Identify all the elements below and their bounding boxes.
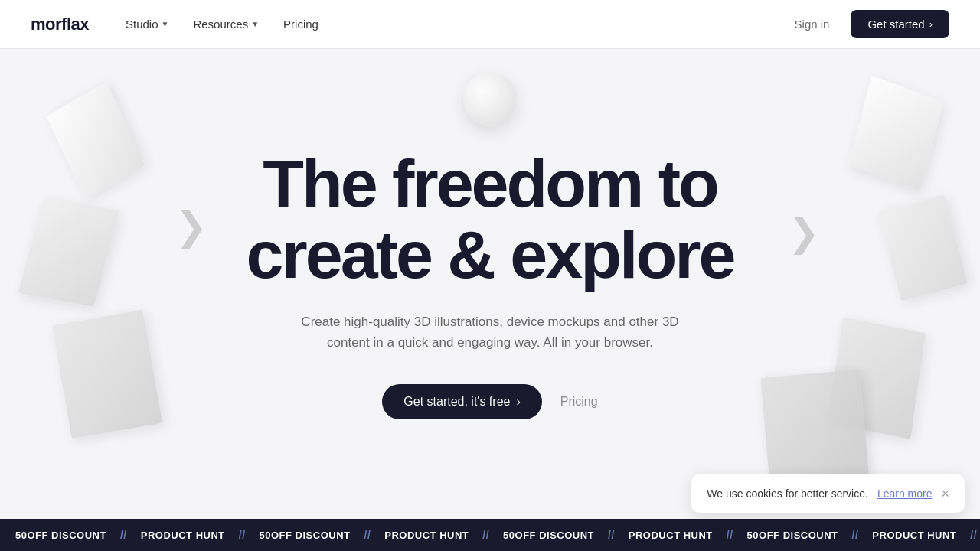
nav-item-resources-label: Resources: [193, 18, 248, 31]
chevron-down-icon: ▼: [162, 20, 169, 28]
navbar-left: morflax Studio ▼ Resources ▼ Pricing: [31, 13, 328, 35]
shape-paper-right-mid: [877, 194, 968, 301]
hero-actions: Get started, it's free › Pricing: [247, 384, 734, 419]
hero-cta-button[interactable]: Get started, it's free ›: [382, 384, 541, 419]
ticker-item: 50OFF DISCOUNT // PRODUCT HUNT // 50OFF …: [0, 529, 980, 541]
arrow-right-icon: ›: [516, 395, 520, 409]
get-started-button[interactable]: Get started ›: [851, 10, 949, 38]
ticker-banner: 50OFF DISCOUNT // PRODUCT HUNT // 50OFF …: [0, 519, 980, 551]
cookie-close-button[interactable]: ×: [941, 487, 949, 500]
hero-subtitle: Create high-quality 3D illustrations, de…: [291, 311, 689, 353]
arrow-right-icon: ›: [929, 18, 933, 30]
nav-item-studio[interactable]: Studio ▼: [116, 13, 178, 35]
hero-title-line1: The freedom to: [263, 145, 717, 221]
shape-paper-left-top: [47, 82, 145, 200]
hero-pricing-link[interactable]: Pricing: [560, 395, 598, 409]
nav-item-pricing[interactable]: Pricing: [274, 13, 328, 35]
hero-title: The freedom to create & explore: [247, 148, 734, 290]
ticker-track: 50OFF DISCOUNT // PRODUCT HUNT // 50OFF …: [0, 529, 980, 541]
hero-section: ❮ ❯ The freedom to create & explore Crea…: [0, 49, 980, 519]
get-started-label: Get started: [867, 18, 924, 31]
chevron-down-icon: ▼: [251, 20, 259, 28]
hero-title-line2: create & explore: [247, 217, 734, 292]
nav-item-studio-label: Studio: [126, 18, 158, 31]
sign-in-link[interactable]: Sign in: [786, 13, 839, 35]
navbar: morflax Studio ▼ Resources ▼ Pricing Sig…: [0, 0, 980, 49]
shape-arrow-right: ❯: [781, 210, 827, 256]
nav-item-resources[interactable]: Resources ▼: [184, 13, 268, 35]
cookie-learn-more-link[interactable]: Learn more: [877, 487, 933, 500]
navbar-right: Sign in Get started ›: [786, 10, 949, 38]
nav-links: Studio ▼ Resources ▼ Pricing: [116, 13, 328, 35]
shape-paper-left-mid: [18, 197, 120, 306]
nav-item-pricing-label: Pricing: [283, 18, 318, 31]
shape-paper-right-top: [848, 76, 943, 191]
hero-content: The freedom to create & explore Create h…: [247, 148, 734, 419]
shape-arrow-left: ❮: [168, 210, 214, 256]
logo[interactable]: morflax: [31, 15, 89, 34]
cookie-banner: We use cookies for better service. Learn…: [691, 474, 965, 513]
shape-paper-left-bottom: [52, 310, 162, 439]
shape-sphere: [463, 72, 517, 126]
hero-cta-label: Get started, it's free: [403, 395, 510, 409]
cookie-message: We use cookies for better service.: [707, 487, 868, 500]
